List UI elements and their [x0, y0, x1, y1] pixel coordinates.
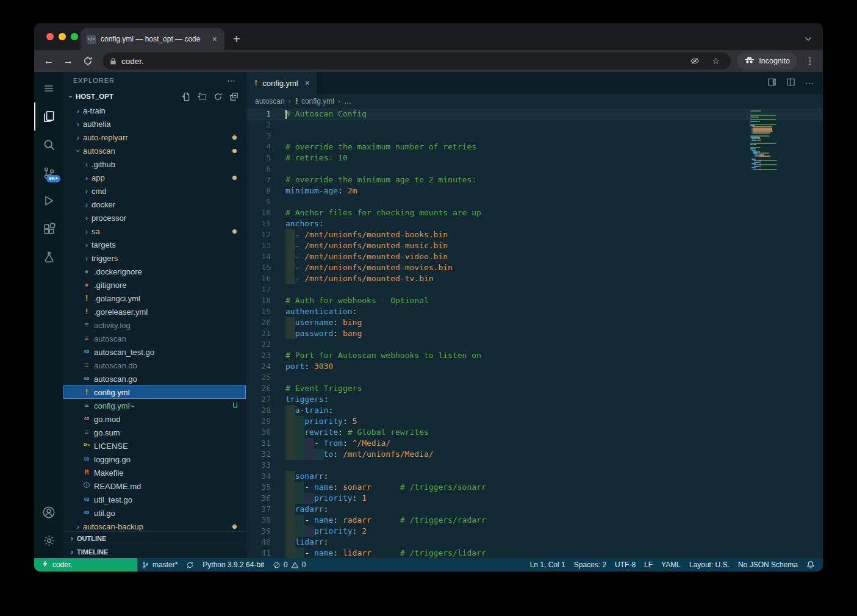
git-sync-item[interactable]: [182, 558, 198, 571]
extensions-activity-icon[interactable]: [34, 215, 63, 243]
code-line-33[interactable]: 33: [246, 460, 823, 471]
code-line-11[interactable]: 11anchors:: [246, 218, 823, 229]
code-line-1[interactable]: 1# Autoscan Config: [246, 109, 823, 120]
code-line-19[interactable]: 19authentication:: [246, 306, 823, 317]
code-line-18[interactable]: 18# Auth for webhooks - Optional: [246, 295, 823, 306]
code-line-39[interactable]: 39priority: 2: [246, 526, 823, 537]
code-line-14[interactable]: 14- /mnt/unionfs/mounted-video.bin: [246, 251, 823, 262]
git-branch-item[interactable]: master*: [137, 558, 182, 571]
search-activity-icon[interactable]: [34, 131, 63, 159]
tree-item-authelia[interactable]: ›authelia: [63, 117, 246, 131]
code-line-41[interactable]: 41- name: lidarr # /triggers/lidarr: [246, 548, 823, 558]
window-close-button[interactable]: [46, 33, 54, 40]
settings-gear-icon[interactable]: [34, 526, 63, 554]
tree-item-autoscan-backup[interactable]: ›autoscan-backup: [63, 520, 246, 531]
explorer-activity-icon[interactable]: [34, 102, 63, 131]
tree-item-processor[interactable]: ›processor: [63, 211, 246, 224]
code-line-35[interactable]: 35- name: sonarr # /triggers/sonarr: [246, 482, 823, 493]
tab-search-chevron-icon[interactable]: [805, 33, 812, 44]
editor-more-actions-icon[interactable]: ⋯: [805, 78, 814, 88]
breadcrumb-item-[interactable]: …: [344, 97, 351, 106]
code-line-9[interactable]: 9: [246, 196, 823, 207]
forward-button[interactable]: →: [60, 52, 77, 70]
refresh-explorer-icon[interactable]: [213, 92, 223, 101]
code-line-3[interactable]: 3: [246, 131, 823, 141]
code-line-34[interactable]: 34sonarr:: [246, 471, 823, 482]
tree-item-cmd[interactable]: ›cmd: [63, 184, 246, 198]
tree-item-gitignore[interactable]: ◆.gitignore: [63, 278, 246, 292]
code-line-4[interactable]: 4# override the maximum number of retrie…: [246, 141, 823, 152]
tree-item-triggers[interactable]: ›triggers: [63, 251, 246, 265]
menu-hamburger-icon[interactable]: [34, 74, 63, 102]
tree-item-autoscan-go[interactable]: GOautoscan.go: [63, 372, 246, 385]
new-folder-icon[interactable]: [198, 92, 207, 101]
code-line-22[interactable]: 22: [246, 339, 823, 350]
status-item-spaces-2[interactable]: Spaces: 2: [570, 558, 611, 571]
new-tab-button[interactable]: +: [233, 33, 240, 45]
window-minimize-button[interactable]: [59, 33, 66, 40]
tree-item-golangci-yml[interactable]: !.golangci.yml: [63, 292, 246, 305]
tree-item-autoscan-test-go[interactable]: GOautoscan_test.go: [63, 345, 246, 359]
new-file-icon[interactable]: [182, 92, 191, 101]
tree-item-activity-log[interactable]: ≡activity.log: [63, 318, 246, 332]
tree-item-logging-go[interactable]: GOlogging.go: [63, 453, 246, 466]
code-line-27[interactable]: 27triggers:: [246, 394, 823, 405]
breadcrumb-item-config-yml[interactable]: !config.yml: [295, 97, 334, 106]
code-line-12[interactable]: 12- /mnt/unionfs/mounted-books.bin: [246, 229, 823, 240]
code-line-21[interactable]: 21password: bang: [246, 328, 823, 339]
tree-item-app[interactable]: ›app: [63, 171, 246, 184]
code-line-28[interactable]: 28a-train:: [246, 405, 823, 416]
code-line-29[interactable]: 29priority: 5: [246, 416, 823, 427]
code-line-32[interactable]: 32to: /mnt/unionfs/Media/: [246, 449, 823, 460]
tree-item-docker[interactable]: ›docker: [63, 198, 246, 211]
tree-item-a-train[interactable]: ›a-train: [63, 104, 246, 117]
code-line-40[interactable]: 40lidarr:: [246, 537, 823, 548]
back-button[interactable]: ←: [40, 52, 57, 70]
tree-item-makefile[interactable]: MMakefile: [63, 466, 246, 479]
tree-item-config-yml[interactable]: !config.yml: [63, 385, 246, 399]
status-item-yaml[interactable]: YAML: [657, 558, 685, 571]
code-line-15[interactable]: 15- /mnt/unionfs/mounted-movies.bin: [246, 262, 823, 273]
code-line-8[interactable]: 8minimum-age: 2m: [246, 185, 823, 196]
bookmark-star-icon[interactable]: ☆: [708, 56, 723, 66]
code-line-5[interactable]: 5# retries: 10: [246, 152, 823, 163]
code-line-7[interactable]: 7# override the minimum age to 2 minutes…: [246, 174, 823, 185]
editor-tab-close-icon[interactable]: ×: [305, 78, 310, 88]
code-line-24[interactable]: 24port: 3030: [246, 361, 823, 372]
outline-section-header[interactable]: › OUTLINE: [63, 531, 246, 545]
split-editor-icon[interactable]: [786, 77, 795, 89]
account-icon[interactable]: [34, 498, 63, 526]
code-line-17[interactable]: 17: [246, 284, 823, 295]
address-bar[interactable]: coder. ☆: [102, 52, 731, 70]
tree-item-goreleaser-yml[interactable]: !.goreleaser.yml: [63, 305, 246, 318]
workspace-root-header[interactable]: › HOST_OPT: [63, 89, 246, 104]
code-editor[interactable]: 1# Autoscan Config234# override the maxi…: [246, 109, 823, 558]
eye-off-icon[interactable]: [686, 56, 703, 66]
status-item-layout-u-s[interactable]: Layout: U.S.: [685, 558, 734, 571]
window-zoom-button[interactable]: [71, 33, 78, 40]
open-changes-icon[interactable]: [767, 77, 776, 89]
code-line-16[interactable]: 16- /mnt/unionfs/mounted-tv.bin: [246, 273, 823, 284]
run-debug-activity-icon[interactable]: [34, 187, 63, 215]
code-line-23[interactable]: 23# Port for Autoscan webhooks to listen…: [246, 350, 823, 361]
code-line-30[interactable]: 30rewrite: # Global rewrites: [246, 427, 823, 438]
status-item-utf-8[interactable]: UTF-8: [611, 558, 640, 571]
breadcrumb-item-autoscan[interactable]: autoscan: [255, 97, 285, 106]
testing-activity-icon[interactable]: [34, 243, 63, 271]
code-line-31[interactable]: 31- from: ^/Media/: [246, 438, 823, 449]
code-line-20[interactable]: 20username: bing: [246, 317, 823, 328]
tree-item-autoscan[interactable]: ›autoscan: [63, 144, 246, 157]
status-item-ln-1-col-1[interactable]: Ln 1, Col 1: [526, 558, 570, 571]
reload-button[interactable]: [79, 56, 96, 66]
timeline-section-header[interactable]: › TIMELINE: [63, 545, 246, 558]
tree-item-sa[interactable]: ›sa: [63, 224, 246, 238]
status-item-lf[interactable]: LF: [640, 558, 657, 571]
tree-item-dockerignore[interactable]: ◆.dockerignore: [63, 265, 246, 278]
tree-item-util-go[interactable]: GOutil.go: [63, 506, 246, 520]
explorer-more-actions-icon[interactable]: ⋯: [227, 76, 236, 85]
tree-item-targets[interactable]: ›targets: [63, 238, 246, 251]
code-line-10[interactable]: 10# Anchor files for checking mounts are…: [246, 207, 823, 218]
python-interpreter-item[interactable]: Python 3.9.2 64-bit: [198, 558, 268, 571]
problems-item[interactable]: 0 0: [268, 558, 310, 571]
minimap[interactable]: [750, 110, 800, 170]
